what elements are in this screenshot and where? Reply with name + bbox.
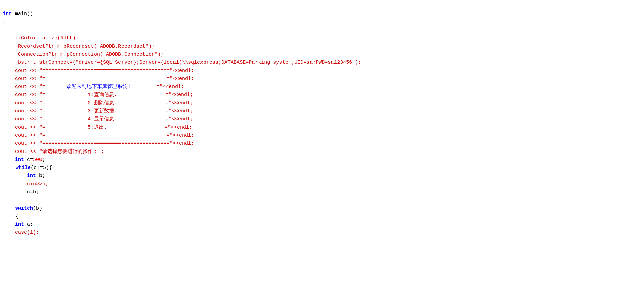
code-token: b; bbox=[36, 173, 45, 179]
code-line: cout << "= 3:更新数据. ="<<endl; bbox=[3, 107, 641, 115]
code-token: 500 bbox=[33, 157, 42, 163]
code-token: { bbox=[16, 214, 19, 219]
code-token: _ConnectionPtr m_pConnection( bbox=[15, 52, 103, 57]
code-token: "=======================================… bbox=[39, 141, 173, 146]
code-token: <<endl; bbox=[173, 133, 194, 138]
code-token: <<endl; bbox=[173, 141, 194, 146]
code-token: cout << bbox=[15, 141, 39, 146]
code-token: ); bbox=[158, 52, 164, 57]
code-line: cout << "= ="<<endl; bbox=[3, 75, 641, 83]
code-line: int c=500; bbox=[3, 156, 641, 164]
code-token: ); bbox=[355, 60, 361, 65]
code-token: ; bbox=[42, 157, 45, 163]
code-line: c=b; bbox=[3, 188, 641, 196]
code-line: cout << "= 2:删除信息. ="<<endl; bbox=[3, 99, 641, 107]
code-token: "= =" bbox=[39, 76, 173, 82]
code-token: ::CoInitialize(NULL); bbox=[15, 35, 79, 41]
code-token: _RecordsetPtr m_pRecordset( bbox=[15, 44, 97, 49]
code-token: int bbox=[15, 222, 24, 227]
code-token: "ADODB.Connection" bbox=[103, 52, 158, 57]
code-line: cin>>b; bbox=[3, 180, 641, 188]
code-editor: int main(){ ::CoInitialize(NULL); _Recor… bbox=[0, 1, 644, 238]
code-token: switch bbox=[15, 205, 33, 211]
code-token: cin>>b; bbox=[27, 181, 48, 187]
code-line: cout << "请选择您要进行的操作："; bbox=[3, 148, 641, 156]
code-token: "= 3:更新数据. =" bbox=[39, 108, 172, 114]
code-line: switch(b) bbox=[3, 204, 641, 213]
code-token: "= 4:显示信息. =" bbox=[39, 116, 172, 122]
code-token: int bbox=[3, 11, 12, 17]
code-line: cout << "= 5:退出. ="<<endl; bbox=[3, 123, 641, 132]
code-line: case(1): bbox=[3, 229, 641, 237]
code-token: c= bbox=[24, 157, 33, 163]
code-token: <<endl; bbox=[172, 116, 193, 122]
code-token: <<endl; bbox=[173, 76, 194, 82]
code-line bbox=[3, 196, 641, 204]
code-token: cout << bbox=[15, 125, 39, 130]
code-token: "= bbox=[39, 84, 66, 90]
code-line bbox=[3, 26, 641, 34]
code-line: _ConnectionPtr m_pConnection("ADODB.Conn… bbox=[3, 51, 641, 59]
code-token: =" bbox=[132, 84, 163, 90]
code-token: cout << bbox=[15, 84, 39, 90]
code-token: cout << bbox=[15, 133, 39, 138]
code-line: int main() bbox=[3, 10, 641, 18]
code-line: cout << "= ="<<endl; bbox=[3, 132, 641, 140]
code-token: { bbox=[3, 19, 6, 25]
code-token: <<endl; bbox=[171, 125, 192, 130]
code-token: c=b; bbox=[27, 189, 39, 195]
code-token: <<endl; bbox=[163, 84, 184, 90]
code-token: case(1): bbox=[15, 230, 39, 236]
code-token: "driver={SQL Server};Server=(local)\\sql… bbox=[76, 60, 355, 65]
code-token: <<endl; bbox=[173, 68, 194, 74]
code-line: _bstr_t strConnect=("driver={SQL Server}… bbox=[3, 59, 641, 67]
code-line: _RecordsetPtr m_pRecordset("ADODB.Record… bbox=[3, 43, 641, 51]
code-token: cout << bbox=[15, 116, 39, 122]
code-token: _bstr_t strConnect=( bbox=[15, 60, 76, 65]
code-line: { bbox=[3, 213, 641, 221]
code-token: 欢迎来到地下车库管理系统！ bbox=[66, 84, 132, 90]
code-token: int bbox=[15, 157, 24, 163]
code-line: cout << "= 4:显示信息. ="<<endl; bbox=[3, 115, 641, 123]
code-line: ::CoInitialize(NULL); bbox=[3, 34, 641, 43]
code-token: cout << bbox=[15, 100, 39, 106]
code-line: cout << "===============================… bbox=[3, 140, 641, 148]
code-line: while(c!=5){ bbox=[3, 164, 641, 172]
code-token: a; bbox=[24, 222, 33, 227]
code-token: "= 2:删除信息. =" bbox=[39, 100, 172, 106]
code-token: "=======================================… bbox=[39, 68, 173, 74]
code-token: "ADODB.Recordset" bbox=[97, 44, 149, 49]
code-token: "请选择您要进行的操作：" bbox=[39, 149, 101, 155]
code-token: main() bbox=[12, 11, 33, 17]
code-token: <<endl; bbox=[172, 100, 193, 106]
code-token: "= 5:退出. =" bbox=[39, 125, 171, 130]
code-line: cout << "===============================… bbox=[3, 67, 641, 75]
code-token: <<endl; bbox=[172, 108, 193, 114]
code-token: cout << bbox=[15, 92, 39, 98]
code-token: (c!=5){ bbox=[31, 165, 52, 171]
code-token: cout << bbox=[15, 149, 39, 155]
code-token: "= =" bbox=[39, 133, 173, 138]
code-token: cout << bbox=[15, 108, 39, 114]
code-token: <<endl; bbox=[172, 92, 193, 98]
code-line: int a; bbox=[3, 221, 641, 229]
code-token: ; bbox=[101, 149, 104, 155]
code-token: cout << bbox=[15, 68, 39, 74]
code-line: int b; bbox=[3, 172, 641, 180]
code-line: cout << "= 欢迎来到地下车库管理系统！ ="<<endl; bbox=[3, 83, 641, 91]
code-token: cout << bbox=[15, 76, 39, 82]
code-token: ); bbox=[149, 44, 155, 49]
code-token: while bbox=[16, 165, 31, 171]
code-token: (b) bbox=[33, 205, 42, 211]
code-token: "= 1:查询信息. =" bbox=[39, 92, 172, 98]
code-token: int bbox=[27, 173, 36, 179]
code-line: { bbox=[3, 18, 641, 26]
code-line: cout << "= 1:查询信息. ="<<endl; bbox=[3, 91, 641, 99]
